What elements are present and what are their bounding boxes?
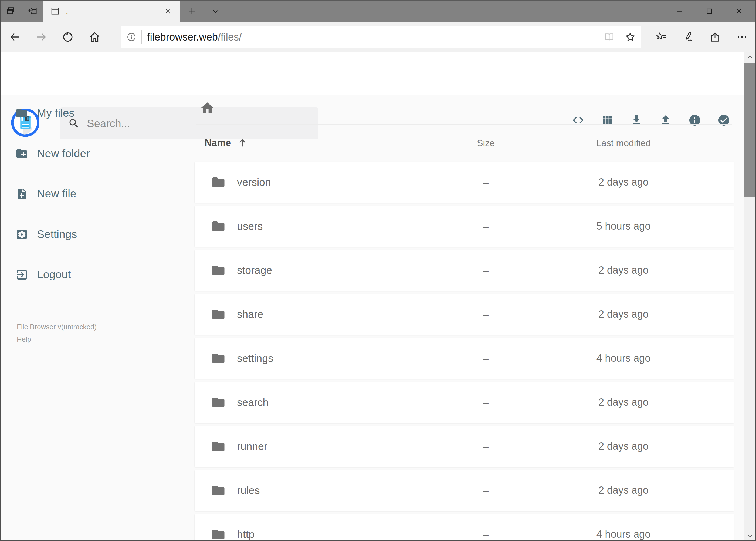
column-header-name[interactable]: Name — [205, 137, 248, 149]
tab-title: . — [66, 6, 162, 16]
close-icon — [164, 8, 171, 15]
column-header-size[interactable]: Size — [459, 138, 513, 148]
star-icon — [625, 31, 636, 43]
listing-header: Name Size Last modified — [195, 127, 734, 159]
refresh-button[interactable] — [57, 26, 79, 48]
sidebar-item-new-folder[interactable]: New folder — [0, 134, 178, 174]
set-tabs-aside-button[interactable] — [22, 0, 43, 22]
share-button[interactable] — [703, 26, 727, 48]
file-name: http — [237, 529, 255, 540]
app-header: Search... — [0, 52, 756, 95]
back-arrow-icon — [9, 31, 21, 43]
file-size: – — [459, 441, 513, 452]
scroll-up-button[interactable] — [744, 52, 756, 63]
file-size: – — [459, 265, 513, 276]
table-row[interactable]: settings – 4 hours ago — [195, 338, 734, 379]
file-modified: 2 days ago — [564, 440, 683, 452]
browser-titlebar: . — [0, 0, 756, 22]
file-size: – — [459, 221, 513, 232]
file-plus-icon — [15, 188, 28, 201]
breadcrumb-divider — [196, 124, 732, 125]
breadcrumb-home-button[interactable] — [200, 101, 216, 117]
site-info-button[interactable] — [122, 32, 141, 42]
sidebar: My files New folder New file Settings Lo… — [0, 93, 178, 295]
file-size: – — [459, 309, 513, 320]
file-modified: 2 days ago — [564, 308, 683, 320]
scrollbar-thumb[interactable] — [744, 63, 756, 197]
add-favorite-button[interactable] — [620, 26, 641, 48]
file-modified: 4 hours ago — [564, 352, 683, 364]
table-row[interactable]: users – 5 hours ago — [195, 206, 734, 247]
sidebar-item-settings[interactable]: Settings — [0, 214, 178, 255]
url-bar[interactable]: filebrowser.web/files/ — [121, 26, 641, 48]
url-divider — [141, 30, 142, 44]
table-row[interactable]: storage – 2 days ago — [195, 250, 734, 290]
folder-icon — [211, 263, 226, 277]
file-size: – — [459, 397, 513, 408]
tab-list-button[interactable] — [205, 0, 226, 22]
chevron-down-icon — [211, 6, 220, 16]
table-row[interactable]: share – 2 days ago — [195, 294, 734, 335]
folder-icon — [211, 439, 226, 454]
home-icon — [89, 31, 101, 43]
file-modified: 2 days ago — [564, 265, 683, 276]
ellipsis-icon — [736, 31, 748, 43]
folder-icon — [211, 395, 226, 410]
url-domain: filebrowser.web — [147, 31, 218, 43]
table-row[interactable]: search – 2 days ago — [195, 382, 734, 423]
file-list: version – 2 days ago users – 5 hours ago… — [195, 162, 734, 541]
new-tab-button[interactable] — [181, 0, 202, 22]
file-listing: Name Size Last modified version – 2 days… — [195, 95, 734, 541]
sidebar-item-my-files[interactable]: My files — [0, 93, 178, 133]
tab-previews-button[interactable] — [0, 0, 22, 22]
help-link[interactable]: Help — [17, 333, 97, 346]
back-button[interactable] — [4, 26, 26, 48]
star-list-icon — [655, 31, 667, 43]
reading-view-button[interactable] — [599, 26, 620, 48]
file-modified: 2 days ago — [564, 396, 683, 408]
sidebar-item-logout[interactable]: Logout — [0, 255, 178, 295]
file-modified: 5 hours ago — [564, 221, 683, 232]
file-name: share — [237, 308, 263, 320]
url-text[interactable]: filebrowser.web/files/ — [147, 31, 599, 43]
browser-tab[interactable]: . — [43, 0, 180, 22]
file-size: – — [459, 485, 513, 496]
table-row[interactable]: rules – 2 days ago — [195, 470, 734, 511]
chevron-up-icon — [746, 54, 754, 61]
more-button[interactable] — [730, 26, 754, 48]
page-scrollbar[interactable] — [744, 52, 756, 541]
close-window-button[interactable] — [724, 0, 754, 22]
window-border — [0, 0, 756, 1]
favorites-hub-button[interactable] — [650, 26, 673, 48]
column-header-modified[interactable]: Last modified — [564, 138, 683, 148]
refresh-icon — [62, 31, 74, 43]
tab-close-button[interactable] — [162, 6, 173, 16]
scroll-down-button[interactable] — [744, 530, 756, 541]
table-row[interactable]: runner – 2 days ago — [195, 426, 734, 467]
sidebar-item-label: New folder — [37, 147, 90, 160]
file-modified: 4 hours ago — [564, 529, 683, 540]
minimize-icon — [675, 7, 684, 15]
sidebar-item-new-file[interactable]: New file — [0, 174, 178, 214]
folder-icon — [211, 483, 226, 498]
folder-icon — [15, 107, 28, 120]
file-name: search — [237, 396, 269, 408]
annotate-button[interactable] — [676, 26, 700, 48]
file-name: runner — [237, 440, 267, 452]
forward-button[interactable] — [30, 26, 52, 48]
window-border — [0, 0, 1, 541]
book-icon — [604, 31, 615, 43]
home-button[interactable] — [84, 26, 106, 48]
share-icon — [709, 31, 721, 43]
minimize-button[interactable] — [665, 0, 694, 22]
file-name: users — [237, 221, 263, 232]
folder-plus-icon — [15, 147, 28, 160]
table-row[interactable]: version – 2 days ago — [195, 162, 734, 203]
folder-icon — [211, 175, 226, 190]
maximize-button[interactable] — [694, 0, 724, 22]
set-tabs-aside-icon — [27, 5, 38, 17]
app-version-text: File Browser v(untracked) — [17, 323, 97, 331]
maximize-icon — [705, 7, 714, 15]
table-row[interactable]: http – 4 hours ago — [195, 514, 734, 541]
chevron-down-icon — [746, 532, 754, 539]
